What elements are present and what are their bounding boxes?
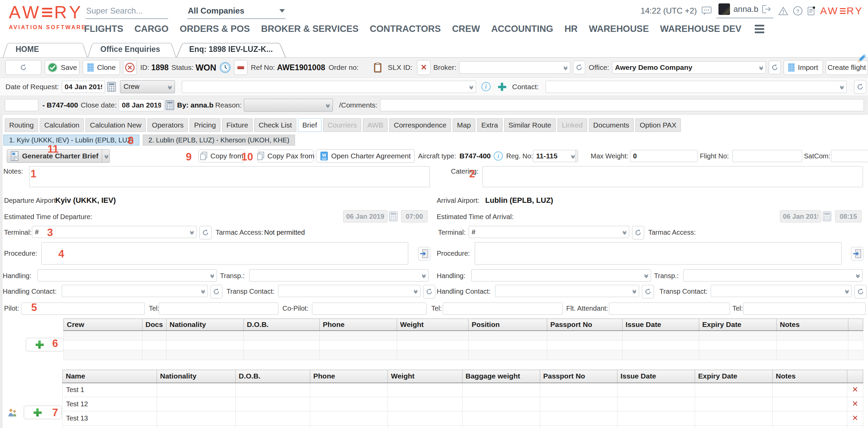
tab-enquiry-1898[interactable]: Enq: 1898 IEV-LUZ-K... <box>176 41 286 57</box>
crew-empty-row[interactable] <box>64 331 863 341</box>
pax-cell[interactable] <box>540 411 617 426</box>
close-date-input[interactable] <box>119 99 164 111</box>
crew-cell[interactable] <box>623 331 699 341</box>
double-chevron-icon[interactable] <box>189 228 195 236</box>
departure-handling-contact-combobox[interactable] <box>62 285 208 297</box>
nav-item-broker-services[interactable]: BROKER & SERVICES <box>261 24 359 34</box>
nav-item-warehouse-dev[interactable]: WAREHOUSE DEV <box>660 24 742 34</box>
logout-icon[interactable] <box>762 5 771 14</box>
pax-delete-button[interactable]: ✕ <box>847 383 863 397</box>
pax-cell[interactable] <box>157 383 236 397</box>
departure-transp-contact-refresh-button[interactable] <box>423 285 435 298</box>
nav-item-orders-pos[interactable]: ORDERS & POS <box>180 24 250 34</box>
tab-pricing[interactable]: Pricing <box>190 118 220 132</box>
company-filter-select[interactable]: All Companies <box>187 5 285 19</box>
departure-transp-input[interactable] <box>249 269 429 281</box>
tab-operators[interactable]: Operators <box>147 118 188 132</box>
crew-cell[interactable] <box>142 350 166 360</box>
edit-pencil-icon[interactable] <box>854 53 867 66</box>
pax-cell[interactable] <box>388 397 462 411</box>
avatar[interactable] <box>718 3 730 15</box>
nav-item-contractors[interactable]: CONTRACTORS <box>370 24 441 34</box>
nav-item-flights[interactable]: FLIGHTS <box>84 24 123 34</box>
status-clock-icon[interactable] <box>219 62 231 73</box>
super-search-input[interactable] <box>85 5 168 18</box>
pax-cell[interactable] <box>617 411 695 426</box>
crew-cell[interactable] <box>777 341 848 350</box>
arrival-handling-contact-combobox[interactable] <box>495 285 639 297</box>
crew-cell[interactable] <box>64 350 142 360</box>
contact-combobox[interactable] <box>546 81 847 93</box>
calendar-icon[interactable] <box>165 100 174 110</box>
crew-cell[interactable] <box>142 341 166 350</box>
tab-check-list[interactable]: Check List <box>254 118 296 132</box>
crew-cell[interactable] <box>244 350 320 360</box>
office-refresh-button[interactable] <box>769 61 781 74</box>
pax-row[interactable]: Test 1✕ <box>63 383 863 397</box>
crew-cell[interactable] <box>699 331 777 341</box>
leg-tab-2[interactable]: 2. Lublin (EPLB, LUZ) - Kherson (UKOH, K… <box>143 135 295 145</box>
pax-cell[interactable] <box>388 411 462 426</box>
double-chevron-icon[interactable] <box>563 63 568 72</box>
requestor-input[interactable] <box>182 81 476 93</box>
crew-cell[interactable] <box>320 350 397 360</box>
pax-name-cell[interactable]: Test 12 <box>63 397 157 411</box>
requestor-combobox[interactable] <box>182 81 476 93</box>
crew-cell[interactable] <box>699 341 777 350</box>
notes-textarea[interactable] <box>29 166 430 187</box>
tab-correspondence[interactable]: Correspondence <box>389 118 451 132</box>
pax-delete-button[interactable]: ✕ <box>847 411 863 426</box>
departure-transp-combobox[interactable] <box>249 269 429 281</box>
crew-cell[interactable] <box>547 341 623 350</box>
super-search-field[interactable] <box>85 5 168 19</box>
calendar-icon[interactable] <box>107 82 116 92</box>
add-crew-button[interactable] <box>26 338 64 351</box>
double-chevron-icon[interactable] <box>758 63 764 72</box>
tab-office-enquiries[interactable]: Office Enquiries <box>87 41 176 57</box>
pax-cell[interactable] <box>310 411 388 426</box>
departure-transp-contact-combobox[interactable] <box>278 285 420 297</box>
pax-cell[interactable] <box>695 411 773 426</box>
nav-item-cargo[interactable]: CARGO <box>135 24 169 34</box>
pax-cell[interactable] <box>773 411 847 426</box>
cancel-enquiry-button[interactable] <box>123 60 137 75</box>
crew-cell[interactable] <box>623 350 699 360</box>
import-button[interactable]: Import <box>784 60 823 75</box>
crew-cell[interactable] <box>397 341 469 350</box>
pax-cell[interactable] <box>462 383 540 397</box>
arrival-handling-combobox[interactable] <box>471 269 651 281</box>
arrival-procedure-insert-button[interactable] <box>851 247 863 260</box>
hamburger-menu-icon[interactable] <box>755 25 764 33</box>
comments-input[interactable] <box>380 99 864 111</box>
double-chevron-icon[interactable] <box>839 83 845 91</box>
pax-cell[interactable] <box>540 383 617 397</box>
arrival-procedure-textarea[interactable] <box>475 242 842 265</box>
crew-cell[interactable] <box>547 331 623 341</box>
pax-cell[interactable] <box>695 397 773 411</box>
leg-tab-1[interactable]: 1. Kyiv (UKKK, IEV) - Lublin (EPLB, LUZ) <box>3 135 139 145</box>
pax-cell[interactable] <box>236 397 310 411</box>
nav-item-crew[interactable]: CREW <box>452 24 480 34</box>
tab-home[interactable]: HOME <box>3 41 87 57</box>
crew-cell[interactable] <box>166 341 244 350</box>
crew-cell[interactable] <box>166 350 244 360</box>
pax-cell[interactable] <box>236 383 310 397</box>
notes-doc-icon[interactable] <box>807 6 815 16</box>
pax-cell[interactable] <box>310 397 388 411</box>
departure-transp-contact-input[interactable] <box>278 285 420 297</box>
crew-cell[interactable] <box>142 331 166 341</box>
add-pax-button[interactable] <box>24 406 62 419</box>
tab-routing[interactable]: Routing <box>5 118 38 132</box>
crew-cell[interactable] <box>166 331 244 341</box>
crew-cell[interactable] <box>777 331 848 341</box>
attendant-input[interactable] <box>609 303 730 315</box>
max-weight-input[interactable] <box>630 150 698 162</box>
pilot-tel-input[interactable] <box>159 303 278 315</box>
clipboard-icon[interactable] <box>374 62 382 73</box>
broker-refresh-button[interactable] <box>573 61 585 74</box>
arrival-transp-input[interactable] <box>683 269 863 281</box>
contact-refresh-button[interactable] <box>854 80 866 94</box>
satcom-input[interactable] <box>831 150 868 162</box>
crew-cell[interactable] <box>64 331 142 341</box>
departure-handling-input[interactable] <box>37 269 217 281</box>
